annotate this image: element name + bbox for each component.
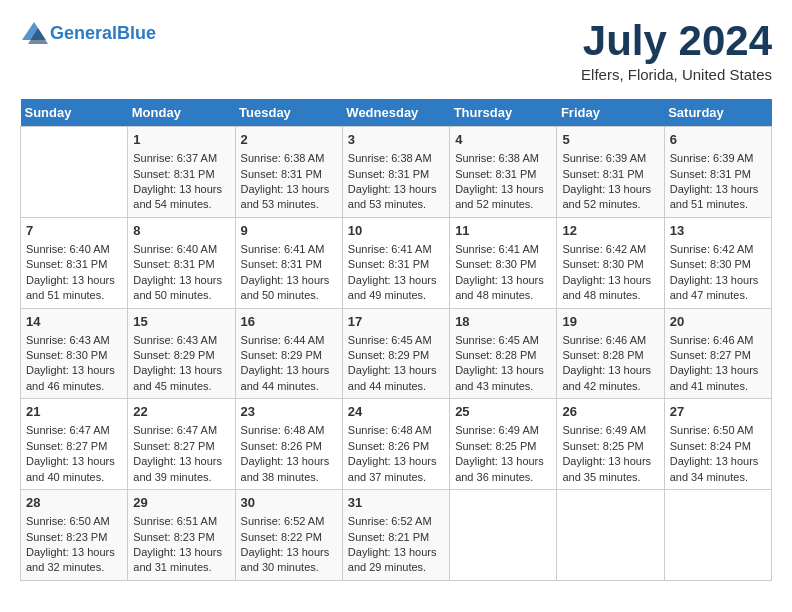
week-row-3: 14Sunrise: 6:43 AMSunset: 8:30 PMDayligh… [21, 308, 772, 399]
sunrise-text: Sunrise: 6:46 AM [670, 333, 766, 348]
daylight-text: Daylight: 13 hours and 52 minutes. [562, 182, 658, 213]
daylight-text: Daylight: 13 hours and 32 minutes. [26, 545, 122, 576]
daylight-text: Daylight: 13 hours and 52 minutes. [455, 182, 551, 213]
daylight-text: Daylight: 13 hours and 43 minutes. [455, 363, 551, 394]
daylight-text: Daylight: 13 hours and 38 minutes. [241, 454, 337, 485]
calendar-table: SundayMondayTuesdayWednesdayThursdayFrid… [20, 99, 772, 581]
day-number: 14 [26, 313, 122, 331]
daylight-text: Daylight: 13 hours and 40 minutes. [26, 454, 122, 485]
sunset-text: Sunset: 8:28 PM [455, 348, 551, 363]
sunset-text: Sunset: 8:31 PM [348, 167, 444, 182]
daylight-text: Daylight: 13 hours and 45 minutes. [133, 363, 229, 394]
day-number: 27 [670, 403, 766, 421]
day-header-tuesday: Tuesday [235, 99, 342, 127]
day-number: 18 [455, 313, 551, 331]
sunset-text: Sunset: 8:30 PM [562, 257, 658, 272]
day-header-saturday: Saturday [664, 99, 771, 127]
month-title: July 2024 [581, 20, 772, 62]
week-row-5: 28Sunrise: 6:50 AMSunset: 8:23 PMDayligh… [21, 490, 772, 581]
daylight-text: Daylight: 13 hours and 29 minutes. [348, 545, 444, 576]
calendar-cell: 26Sunrise: 6:49 AMSunset: 8:25 PMDayligh… [557, 399, 664, 490]
sunrise-text: Sunrise: 6:48 AM [348, 423, 444, 438]
sunset-text: Sunset: 8:23 PM [133, 530, 229, 545]
day-number: 5 [562, 131, 658, 149]
daylight-text: Daylight: 13 hours and 42 minutes. [562, 363, 658, 394]
sunset-text: Sunset: 8:25 PM [562, 439, 658, 454]
day-number: 17 [348, 313, 444, 331]
sunset-text: Sunset: 8:29 PM [133, 348, 229, 363]
calendar-cell: 1Sunrise: 6:37 AMSunset: 8:31 PMDaylight… [128, 127, 235, 218]
day-header-monday: Monday [128, 99, 235, 127]
daylight-text: Daylight: 13 hours and 37 minutes. [348, 454, 444, 485]
calendar-cell: 10Sunrise: 6:41 AMSunset: 8:31 PMDayligh… [342, 217, 449, 308]
daylight-text: Daylight: 13 hours and 46 minutes. [26, 363, 122, 394]
sunset-text: Sunset: 8:31 PM [670, 167, 766, 182]
logo-line1: General [50, 23, 117, 43]
sunset-text: Sunset: 8:22 PM [241, 530, 337, 545]
sunrise-text: Sunrise: 6:43 AM [26, 333, 122, 348]
sunrise-text: Sunrise: 6:38 AM [241, 151, 337, 166]
calendar-cell: 14Sunrise: 6:43 AMSunset: 8:30 PMDayligh… [21, 308, 128, 399]
sunrise-text: Sunrise: 6:44 AM [241, 333, 337, 348]
sunrise-text: Sunrise: 6:49 AM [455, 423, 551, 438]
daylight-text: Daylight: 13 hours and 31 minutes. [133, 545, 229, 576]
sunrise-text: Sunrise: 6:41 AM [241, 242, 337, 257]
day-number: 2 [241, 131, 337, 149]
sunset-text: Sunset: 8:31 PM [241, 257, 337, 272]
sunrise-text: Sunrise: 6:47 AM [133, 423, 229, 438]
calendar-cell: 21Sunrise: 6:47 AMSunset: 8:27 PMDayligh… [21, 399, 128, 490]
calendar-cell: 16Sunrise: 6:44 AMSunset: 8:29 PMDayligh… [235, 308, 342, 399]
calendar-cell [21, 127, 128, 218]
calendar-cell: 4Sunrise: 6:38 AMSunset: 8:31 PMDaylight… [450, 127, 557, 218]
sunrise-text: Sunrise: 6:52 AM [241, 514, 337, 529]
week-row-1: 1Sunrise: 6:37 AMSunset: 8:31 PMDaylight… [21, 127, 772, 218]
calendar-cell: 18Sunrise: 6:45 AMSunset: 8:28 PMDayligh… [450, 308, 557, 399]
sunset-text: Sunset: 8:31 PM [26, 257, 122, 272]
daylight-text: Daylight: 13 hours and 53 minutes. [348, 182, 444, 213]
daylight-text: Daylight: 13 hours and 44 minutes. [241, 363, 337, 394]
calendar-cell: 7Sunrise: 6:40 AMSunset: 8:31 PMDaylight… [21, 217, 128, 308]
daylight-text: Daylight: 13 hours and 50 minutes. [133, 273, 229, 304]
calendar-cell: 2Sunrise: 6:38 AMSunset: 8:31 PMDaylight… [235, 127, 342, 218]
daylight-text: Daylight: 13 hours and 44 minutes. [348, 363, 444, 394]
sunset-text: Sunset: 8:27 PM [670, 348, 766, 363]
daylight-text: Daylight: 13 hours and 39 minutes. [133, 454, 229, 485]
day-number: 29 [133, 494, 229, 512]
sunrise-text: Sunrise: 6:50 AM [26, 514, 122, 529]
calendar-cell [450, 490, 557, 581]
sunset-text: Sunset: 8:28 PM [562, 348, 658, 363]
day-number: 7 [26, 222, 122, 240]
day-number: 20 [670, 313, 766, 331]
daylight-text: Daylight: 13 hours and 48 minutes. [455, 273, 551, 304]
sunrise-text: Sunrise: 6:42 AM [670, 242, 766, 257]
day-number: 11 [455, 222, 551, 240]
day-number: 10 [348, 222, 444, 240]
calendar-cell: 28Sunrise: 6:50 AMSunset: 8:23 PMDayligh… [21, 490, 128, 581]
calendar-cell: 30Sunrise: 6:52 AMSunset: 8:22 PMDayligh… [235, 490, 342, 581]
sunrise-text: Sunrise: 6:45 AM [455, 333, 551, 348]
sunrise-text: Sunrise: 6:45 AM [348, 333, 444, 348]
day-number: 31 [348, 494, 444, 512]
day-number: 25 [455, 403, 551, 421]
logo: GeneralBlue [20, 20, 156, 48]
sunrise-text: Sunrise: 6:49 AM [562, 423, 658, 438]
sunset-text: Sunset: 8:26 PM [241, 439, 337, 454]
sunrise-text: Sunrise: 6:38 AM [455, 151, 551, 166]
calendar-cell: 24Sunrise: 6:48 AMSunset: 8:26 PMDayligh… [342, 399, 449, 490]
logo-icon [20, 20, 48, 48]
daylight-text: Daylight: 13 hours and 50 minutes. [241, 273, 337, 304]
sunrise-text: Sunrise: 6:51 AM [133, 514, 229, 529]
sunrise-text: Sunrise: 6:37 AM [133, 151, 229, 166]
day-number: 24 [348, 403, 444, 421]
sunset-text: Sunset: 8:25 PM [455, 439, 551, 454]
calendar-cell: 12Sunrise: 6:42 AMSunset: 8:30 PMDayligh… [557, 217, 664, 308]
sunset-text: Sunset: 8:21 PM [348, 530, 444, 545]
calendar-cell: 31Sunrise: 6:52 AMSunset: 8:21 PMDayligh… [342, 490, 449, 581]
sunrise-text: Sunrise: 6:48 AM [241, 423, 337, 438]
sunset-text: Sunset: 8:24 PM [670, 439, 766, 454]
calendar-cell: 13Sunrise: 6:42 AMSunset: 8:30 PMDayligh… [664, 217, 771, 308]
week-row-4: 21Sunrise: 6:47 AMSunset: 8:27 PMDayligh… [21, 399, 772, 490]
daylight-text: Daylight: 13 hours and 30 minutes. [241, 545, 337, 576]
daylight-text: Daylight: 13 hours and 54 minutes. [133, 182, 229, 213]
sunrise-text: Sunrise: 6:40 AM [133, 242, 229, 257]
